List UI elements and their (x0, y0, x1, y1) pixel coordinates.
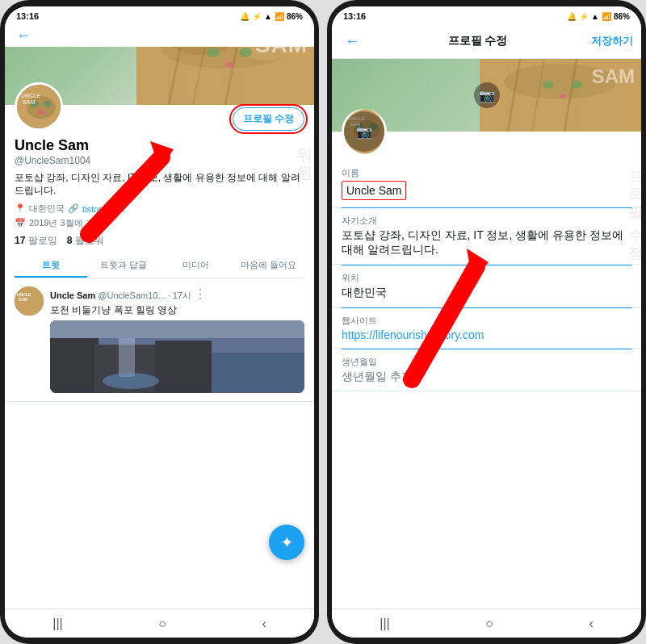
tweet-image (50, 320, 304, 393)
bio-field[interactable]: 자기소개 포토샵 강좌, 디자인 자료, IT 정보, 생활에 유용한 정보에 … (332, 208, 641, 265)
website-label: 웹사이트 (342, 315, 631, 327)
nav-back-icon-r[interactable]: ‹ (589, 617, 593, 631)
svg-text:SAM: SAM (19, 297, 27, 302)
wifi-icon-r: ▲ (591, 12, 599, 21)
svg-text:UNCLE: UNCLE (21, 93, 40, 98)
nav-home-icon[interactable]: ○ (158, 617, 166, 631)
edit-profile-button[interactable]: 프로필 수정 (233, 107, 304, 131)
profile-bio: 포토샵 강좌, 디자인 자료, IT 정보, 생활에 유용한 정보에 대해 알려… (15, 171, 304, 199)
link-icon: 🔗 (68, 203, 79, 214)
wifi-icon: ▲ (264, 12, 272, 21)
birthday-field[interactable]: 생년월일 생년월일 추가 (332, 349, 641, 391)
tweet-avatar: UNCLE SAM (15, 286, 44, 316)
edit-cover-sam-text: SAM (592, 65, 635, 88)
bottom-nav-left: ||| ○ ‹ (5, 608, 314, 638)
bottom-nav-right: ||| ○ ‹ (332, 608, 641, 638)
svg-point-7 (207, 48, 220, 57)
svg-point-13 (44, 101, 52, 107)
left-phone: 13:16 🔔 ⚡ ▲ 📶 86% (0, 0, 319, 644)
tab-tweets-replies[interactable]: 트윗과 답글 (87, 253, 160, 278)
tab-likes[interactable]: 마음에 들어요 (232, 253, 304, 278)
edit-back-button[interactable]: ← (340, 29, 364, 53)
svg-point-26 (103, 373, 159, 389)
edit-avatar[interactable]: UNCLE SAM 📷 (342, 109, 387, 154)
time-left: 13:16 (16, 11, 39, 21)
svg-point-35 (560, 94, 566, 98)
name-value[interactable]: Uncle Sam (342, 181, 406, 200)
svg-point-14 (38, 111, 44, 114)
svg-point-33 (543, 81, 554, 89)
alarm-icon-r: 🔔 (567, 12, 577, 21)
nav-lines-icon[interactable]: ||| (52, 617, 62, 631)
svg-rect-27 (50, 320, 304, 338)
signal-icon-r: 📶 (602, 12, 611, 21)
battery-right: 86% (614, 12, 630, 21)
time-right: 13:16 (343, 11, 366, 21)
battery-left: 86% (287, 12, 303, 21)
bluetooth-icon: ⚡ (252, 12, 262, 21)
location-label: 위치 (342, 272, 631, 284)
profile-location: 📍 대한민국 🔗 tistory.com (15, 203, 304, 215)
profile-handle: @UncleSam1004 (15, 155, 304, 166)
svg-point-34 (571, 81, 582, 89)
nav-home-icon-r[interactable]: ○ (485, 617, 493, 631)
tweet-meta: Uncle Sam @UncleSam10... · 17시 ⋮ (50, 286, 304, 302)
profile-section: UNCLE SAM 프로필 수정 Uncle Sam @UncleSam1004… (5, 105, 314, 278)
nav-back-icon[interactable]: ‹ (262, 617, 266, 631)
location-field[interactable]: 위치 대한민국 (332, 266, 641, 307)
edit-header: ← 프로필 수정 저장하기 (332, 24, 641, 59)
follow-stats: 17 팔로잉 8 팔로워 (15, 234, 304, 248)
followers-count: 8 팔로워 (67, 234, 104, 248)
bio-label: 자기소개 (342, 215, 631, 227)
right-watermark: 프로필 수정 (628, 161, 641, 253)
website-field[interactable]: 웹사이트 https://lifenourish.tistory.com (332, 308, 641, 349)
save-button[interactable]: 저장하기 (591, 34, 633, 48)
svg-rect-24 (155, 341, 212, 393)
bluetooth-icon-r: ⚡ (579, 12, 589, 21)
svg-point-9 (225, 62, 233, 67)
profile-tabs: 트윗 트윗과 답글 미디어 마음에 들어요 (15, 253, 304, 278)
svg-text:SAM: SAM (23, 99, 36, 105)
tweet-more-icon[interactable]: ⋮ (194, 287, 207, 301)
calendar-icon: 📅 (15, 218, 26, 228)
alarm-icon: 🔔 (240, 12, 250, 21)
profile-watermark: 워윈 (296, 129, 313, 608)
birthday-label: 생년월일 (342, 356, 631, 368)
back-button[interactable]: ← (11, 24, 36, 48)
status-icons-right: 🔔 ⚡ ▲ 📶 86% (567, 12, 630, 21)
status-icons-left: 🔔 ⚡ ▲ 📶 86% (240, 12, 303, 21)
website-value[interactable]: https://lifenourish.tistory.com (342, 328, 631, 341)
name-field[interactable]: 이름 Uncle Sam (332, 161, 641, 207)
edit-page-title: 프로필 수정 (448, 34, 508, 48)
location-value[interactable]: 대한민국 (342, 286, 631, 300)
status-bar-left: 13:16 🔔 ⚡ ▲ 📶 86% (5, 6, 314, 24)
birthday-value[interactable]: 생년월일 추가 (342, 370, 631, 384)
name-label: 이름 (342, 167, 631, 179)
profile-joined: 📅 2019년 3월에 가입 (15, 217, 304, 229)
following-count: 17 팔로잉 (15, 234, 57, 248)
tweet-item: UNCLE SAM Uncle Sam @UncleSam10... · 17시… (5, 278, 314, 402)
tab-tweets[interactable]: 트윗 (15, 253, 87, 278)
tab-media[interactable]: 미디어 (160, 253, 233, 278)
status-bar-right: 13:16 🔔 ⚡ ▲ 📶 86% (332, 6, 641, 24)
svg-point-8 (239, 48, 252, 57)
profile-name: Uncle Sam (15, 137, 304, 155)
svg-rect-22 (50, 337, 99, 393)
signal-icon: 📶 (275, 12, 284, 21)
right-phone: 13:16 🔔 ⚡ ▲ 📶 86% ← 프로필 수정 저장하기 (327, 0, 646, 644)
edit-cover-camera-icon[interactable]: 📷 (474, 82, 500, 108)
edit-avatar-camera-icon[interactable]: 📷 (344, 111, 384, 152)
tweet-text: 포천 비둘기냥 폭포 힐링 영상 (50, 303, 304, 317)
bio-value[interactable]: 포토샵 강좌, 디자인 자료, IT 정보, 생활에 유용한 정보에 대해 알려… (342, 228, 631, 257)
location-icon: 📍 (15, 203, 26, 214)
edit-form: 이름 Uncle Sam 자기소개 포토샵 강좌, 디자인 자료, IT 정보,… (332, 161, 641, 608)
top-header: ← (5, 24, 314, 47)
profile-avatar: UNCLE SAM (15, 82, 63, 131)
nav-lines-icon-r[interactable]: ||| (380, 617, 389, 631)
tweet-body: Uncle Sam @UncleSam10... · 17시 ⋮ 포천 비둘기냥… (50, 286, 304, 393)
